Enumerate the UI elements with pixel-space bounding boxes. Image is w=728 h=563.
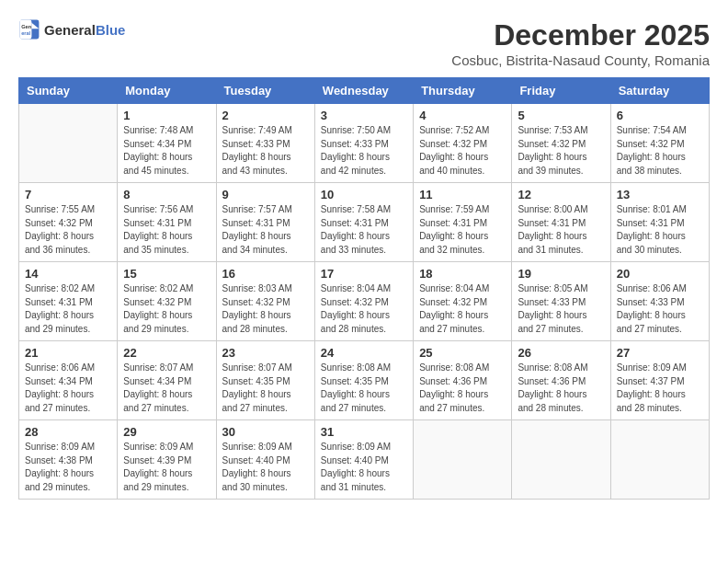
day-number: 26 bbox=[518, 346, 604, 360]
day-number: 22 bbox=[123, 346, 210, 360]
day-number: 27 bbox=[617, 346, 703, 360]
calendar-cell: 19Sunrise: 8:05 AM Sunset: 4:33 PM Dayli… bbox=[512, 262, 610, 341]
day-of-week-header: Monday bbox=[118, 78, 216, 104]
day-number: 20 bbox=[617, 267, 703, 281]
day-info: Sunrise: 7:56 AM Sunset: 4:31 PM Dayligh… bbox=[123, 203, 210, 257]
calendar-cell: 4Sunrise: 7:52 AM Sunset: 4:32 PM Daylig… bbox=[414, 104, 512, 183]
day-of-week-header: Saturday bbox=[610, 78, 709, 104]
day-info: Sunrise: 8:00 AM Sunset: 4:31 PM Dayligh… bbox=[518, 203, 604, 257]
logo-icon: Gen eral bbox=[18, 18, 40, 40]
day-number: 10 bbox=[321, 188, 407, 201]
calendar-cell: 9Sunrise: 7:57 AM Sunset: 4:31 PM Daylig… bbox=[216, 183, 314, 262]
calendar-week-row: 7Sunrise: 7:55 AM Sunset: 4:32 PM Daylig… bbox=[19, 183, 710, 262]
calendar-cell: 24Sunrise: 8:08 AM Sunset: 4:35 PM Dayli… bbox=[314, 341, 413, 420]
day-number: 7 bbox=[25, 188, 111, 201]
day-number: 1 bbox=[123, 109, 210, 122]
calendar-cell: 28Sunrise: 8:09 AM Sunset: 4:38 PM Dayli… bbox=[19, 420, 118, 500]
calendar-cell: 31Sunrise: 8:09 AM Sunset: 4:40 PM Dayli… bbox=[314, 420, 413, 500]
day-info: Sunrise: 8:07 AM Sunset: 4:34 PM Dayligh… bbox=[123, 362, 210, 415]
calendar-cell: 8Sunrise: 7:56 AM Sunset: 4:31 PM Daylig… bbox=[118, 183, 216, 262]
day-info: Sunrise: 8:08 AM Sunset: 4:36 PM Dayligh… bbox=[518, 362, 604, 415]
day-number: 13 bbox=[617, 188, 703, 201]
calendar-cell: 5Sunrise: 7:53 AM Sunset: 4:32 PM Daylig… bbox=[512, 104, 610, 183]
calendar-subtitle: Cosbuc, Bistrita-Nasaud County, Romania bbox=[451, 52, 710, 68]
calendar-cell: 17Sunrise: 8:04 AM Sunset: 4:32 PM Dayli… bbox=[314, 262, 413, 341]
day-number: 4 bbox=[419, 109, 506, 122]
calendar-cell: 16Sunrise: 8:03 AM Sunset: 4:32 PM Dayli… bbox=[216, 262, 314, 341]
day-number: 9 bbox=[222, 188, 309, 201]
calendar-cell: 1Sunrise: 7:48 AM Sunset: 4:34 PM Daylig… bbox=[118, 104, 216, 183]
day-number: 28 bbox=[25, 425, 111, 439]
calendar-cell: 20Sunrise: 8:06 AM Sunset: 4:33 PM Dayli… bbox=[610, 262, 709, 341]
logo: Gen eral General Blue bbox=[18, 18, 125, 40]
day-info: Sunrise: 8:09 AM Sunset: 4:40 PM Dayligh… bbox=[222, 441, 309, 494]
day-number: 12 bbox=[518, 188, 604, 201]
day-info: Sunrise: 7:55 AM Sunset: 4:32 PM Dayligh… bbox=[25, 203, 111, 257]
day-info: Sunrise: 8:05 AM Sunset: 4:33 PM Dayligh… bbox=[518, 282, 604, 336]
logo-divider: Blue bbox=[96, 22, 126, 38]
calendar-week-row: 21Sunrise: 8:06 AM Sunset: 4:34 PM Dayli… bbox=[19, 341, 710, 420]
day-number: 11 bbox=[419, 188, 506, 201]
day-info: Sunrise: 7:57 AM Sunset: 4:31 PM Dayligh… bbox=[222, 203, 309, 257]
day-info: Sunrise: 7:58 AM Sunset: 4:31 PM Dayligh… bbox=[321, 203, 407, 257]
calendar-title: December 2025 bbox=[451, 18, 710, 52]
day-number: 16 bbox=[222, 267, 309, 281]
day-info: Sunrise: 8:09 AM Sunset: 4:39 PM Dayligh… bbox=[123, 441, 210, 494]
day-info: Sunrise: 8:07 AM Sunset: 4:35 PM Dayligh… bbox=[222, 362, 309, 415]
day-info: Sunrise: 8:03 AM Sunset: 4:32 PM Dayligh… bbox=[222, 282, 309, 336]
day-info: Sunrise: 8:02 AM Sunset: 4:31 PM Dayligh… bbox=[25, 282, 111, 336]
calendar-cell bbox=[610, 420, 709, 500]
day-info: Sunrise: 8:08 AM Sunset: 4:35 PM Dayligh… bbox=[321, 362, 407, 415]
day-info: Sunrise: 7:59 AM Sunset: 4:31 PM Dayligh… bbox=[419, 203, 506, 257]
svg-text:Gen: Gen bbox=[21, 24, 31, 29]
day-info: Sunrise: 8:04 AM Sunset: 4:32 PM Dayligh… bbox=[321, 282, 407, 336]
page-header: Gen eral General Blue December 2025 Cosb… bbox=[18, 18, 710, 68]
day-info: Sunrise: 8:09 AM Sunset: 4:37 PM Dayligh… bbox=[617, 362, 703, 415]
day-info: Sunrise: 8:01 AM Sunset: 4:31 PM Dayligh… bbox=[617, 203, 703, 257]
calendar-cell: 11Sunrise: 7:59 AM Sunset: 4:31 PM Dayli… bbox=[414, 183, 512, 262]
day-info: Sunrise: 7:49 AM Sunset: 4:33 PM Dayligh… bbox=[222, 124, 309, 178]
calendar-cell: 27Sunrise: 8:09 AM Sunset: 4:37 PM Dayli… bbox=[610, 341, 709, 420]
day-number: 29 bbox=[123, 425, 210, 439]
calendar-cell: 3Sunrise: 7:50 AM Sunset: 4:33 PM Daylig… bbox=[314, 104, 413, 183]
calendar-cell: 22Sunrise: 8:07 AM Sunset: 4:34 PM Dayli… bbox=[118, 341, 216, 420]
calendar-cell: 23Sunrise: 8:07 AM Sunset: 4:35 PM Dayli… bbox=[216, 341, 314, 420]
calendar-cell: 29Sunrise: 8:09 AM Sunset: 4:39 PM Dayli… bbox=[118, 420, 216, 500]
calendar-cell bbox=[19, 104, 118, 183]
day-info: Sunrise: 7:54 AM Sunset: 4:32 PM Dayligh… bbox=[617, 124, 703, 178]
day-of-week-header: Friday bbox=[512, 78, 610, 104]
calendar-cell: 12Sunrise: 8:00 AM Sunset: 4:31 PM Dayli… bbox=[512, 183, 610, 262]
calendar-week-row: 14Sunrise: 8:02 AM Sunset: 4:31 PM Dayli… bbox=[19, 262, 710, 341]
calendar-cell: 10Sunrise: 7:58 AM Sunset: 4:31 PM Dayli… bbox=[314, 183, 413, 262]
day-number: 30 bbox=[222, 425, 309, 439]
day-of-week-header: Tuesday bbox=[216, 78, 314, 104]
day-info: Sunrise: 8:06 AM Sunset: 4:33 PM Dayligh… bbox=[617, 282, 703, 336]
calendar-cell: 26Sunrise: 8:08 AM Sunset: 4:36 PM Dayli… bbox=[512, 341, 610, 420]
calendar-cell bbox=[414, 420, 512, 500]
calendar-week-row: 1Sunrise: 7:48 AM Sunset: 4:34 PM Daylig… bbox=[19, 104, 710, 183]
day-info: Sunrise: 7:52 AM Sunset: 4:32 PM Dayligh… bbox=[419, 124, 506, 178]
calendar-cell: 18Sunrise: 8:04 AM Sunset: 4:32 PM Dayli… bbox=[414, 262, 512, 341]
day-number: 15 bbox=[123, 267, 210, 281]
day-info: Sunrise: 8:09 AM Sunset: 4:40 PM Dayligh… bbox=[321, 441, 407, 494]
day-number: 8 bbox=[123, 188, 210, 201]
day-info: Sunrise: 8:04 AM Sunset: 4:32 PM Dayligh… bbox=[419, 282, 506, 336]
day-info: Sunrise: 7:50 AM Sunset: 4:33 PM Dayligh… bbox=[321, 124, 407, 178]
logo-text-general: General bbox=[44, 22, 96, 38]
day-number: 14 bbox=[25, 267, 111, 281]
calendar-cell: 25Sunrise: 8:08 AM Sunset: 4:36 PM Dayli… bbox=[414, 341, 512, 420]
day-number: 6 bbox=[617, 109, 703, 122]
day-number: 21 bbox=[25, 346, 111, 360]
calendar-cell: 30Sunrise: 8:09 AM Sunset: 4:40 PM Dayli… bbox=[216, 420, 314, 500]
svg-text:eral: eral bbox=[21, 30, 30, 36]
day-number: 17 bbox=[321, 267, 407, 281]
calendar-cell: 2Sunrise: 7:49 AM Sunset: 4:33 PM Daylig… bbox=[216, 104, 314, 183]
calendar-week-row: 28Sunrise: 8:09 AM Sunset: 4:38 PM Dayli… bbox=[19, 420, 710, 500]
day-number: 24 bbox=[321, 346, 407, 360]
day-info: Sunrise: 7:53 AM Sunset: 4:32 PM Dayligh… bbox=[518, 124, 604, 178]
day-number: 19 bbox=[518, 267, 604, 281]
day-number: 25 bbox=[419, 346, 506, 360]
day-number: 18 bbox=[419, 267, 506, 281]
calendar-cell: 21Sunrise: 8:06 AM Sunset: 4:34 PM Dayli… bbox=[19, 341, 118, 420]
day-number: 3 bbox=[321, 109, 407, 122]
